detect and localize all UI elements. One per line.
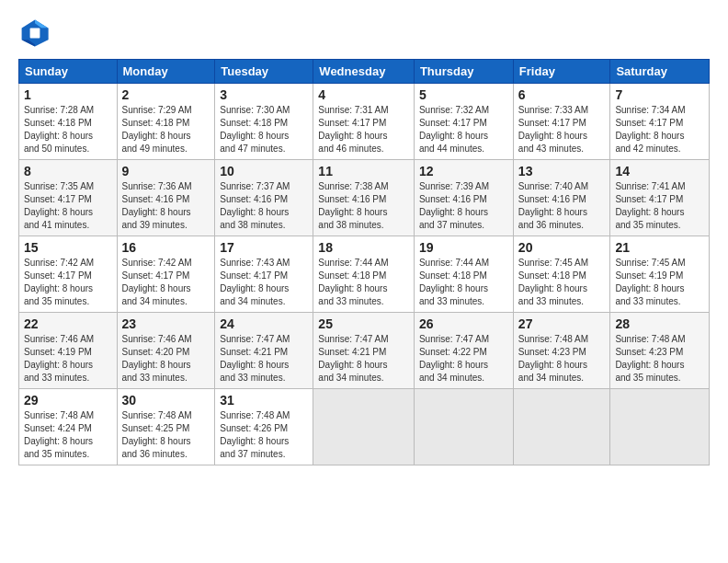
calendar-cell: 8Sunrise: 7:35 AMSunset: 4:17 PMDaylight… — [19, 160, 118, 236]
calendar-cell: 4Sunrise: 7:31 AMSunset: 4:17 PMDaylight… — [313, 84, 415, 160]
day-info: Sunrise: 7:48 AMSunset: 4:25 PMDaylight:… — [122, 409, 210, 461]
day-number: 28 — [615, 316, 704, 331]
day-info: Sunrise: 7:42 AMSunset: 4:17 PMDaylight:… — [122, 257, 210, 308]
calendar-cell: 15Sunrise: 7:42 AMSunset: 4:17 PMDayligh… — [19, 236, 118, 313]
calendar-body: 1Sunrise: 7:28 AMSunset: 4:18 PMDaylight… — [19, 84, 710, 465]
calendar-week-0: 1Sunrise: 7:28 AMSunset: 4:18 PMDaylight… — [19, 84, 710, 160]
day-number: 31 — [220, 393, 308, 408]
day-number: 3 — [220, 87, 308, 102]
day-number: 1 — [24, 87, 112, 102]
day-number: 23 — [122, 316, 210, 331]
day-number: 20 — [518, 240, 606, 255]
day-number: 19 — [419, 240, 508, 255]
calendar-cell: 31Sunrise: 7:48 AMSunset: 4:26 PMDayligh… — [215, 389, 313, 465]
calendar-cell: 21Sunrise: 7:45 AMSunset: 4:19 PMDayligh… — [610, 236, 710, 313]
svg-rect-4 — [30, 29, 40, 39]
day-number: 17 — [220, 240, 308, 255]
calendar-cell: 10Sunrise: 7:37 AMSunset: 4:16 PMDayligh… — [215, 160, 313, 236]
day-info: Sunrise: 7:42 AMSunset: 4:17 PMDaylight:… — [24, 257, 112, 308]
calendar-cell: 9Sunrise: 7:36 AMSunset: 4:16 PMDaylight… — [117, 160, 215, 236]
day-number: 15 — [24, 240, 112, 255]
day-info: Sunrise: 7:48 AMSunset: 4:23 PMDaylight:… — [518, 333, 606, 385]
day-number: 27 — [518, 316, 606, 331]
calendar-cell: 30Sunrise: 7:48 AMSunset: 4:25 PMDayligh… — [117, 389, 215, 465]
day-number: 2 — [122, 87, 210, 102]
calendar-cell: 12Sunrise: 7:39 AMSunset: 4:16 PMDayligh… — [414, 160, 513, 236]
calendar-week-1: 8Sunrise: 7:35 AMSunset: 4:17 PMDaylight… — [19, 160, 710, 236]
svg-marker-2 — [41, 29, 48, 40]
calendar-cell: 23Sunrise: 7:46 AMSunset: 4:20 PMDayligh… — [117, 313, 215, 389]
day-info: Sunrise: 7:36 AMSunset: 4:16 PMDaylight:… — [122, 180, 210, 232]
weekday-header-monday: Monday — [117, 60, 215, 84]
calendar-cell — [414, 389, 513, 465]
calendar-cell: 22Sunrise: 7:46 AMSunset: 4:19 PMDayligh… — [19, 313, 118, 389]
day-number: 30 — [122, 393, 210, 408]
day-number: 4 — [318, 87, 409, 102]
calendar-week-4: 29Sunrise: 7:48 AMSunset: 4:24 PMDayligh… — [19, 389, 710, 465]
day-info: Sunrise: 7:43 AMSunset: 4:17 PMDaylight:… — [220, 257, 308, 308]
calendar-cell: 19Sunrise: 7:44 AMSunset: 4:18 PMDayligh… — [414, 236, 513, 313]
calendar-cell: 18Sunrise: 7:44 AMSunset: 4:18 PMDayligh… — [313, 236, 415, 313]
day-info: Sunrise: 7:47 AMSunset: 4:22 PMDaylight:… — [419, 333, 508, 385]
page: SundayMondayTuesdayWednesdayThursdayFrid… — [0, 0, 728, 563]
weekday-header-tuesday: Tuesday — [215, 60, 313, 84]
calendar-cell: 13Sunrise: 7:40 AMSunset: 4:16 PMDayligh… — [513, 160, 610, 236]
day-number: 11 — [318, 164, 409, 178]
calendar-cell: 16Sunrise: 7:42 AMSunset: 4:17 PMDayligh… — [117, 236, 215, 313]
calendar-cell: 20Sunrise: 7:45 AMSunset: 4:18 PMDayligh… — [513, 236, 610, 313]
day-number: 8 — [24, 164, 112, 178]
day-number: 12 — [419, 164, 508, 178]
day-info: Sunrise: 7:46 AMSunset: 4:20 PMDaylight:… — [122, 333, 210, 385]
day-info: Sunrise: 7:48 AMSunset: 4:23 PMDaylight:… — [615, 333, 704, 385]
day-number: 9 — [122, 164, 210, 178]
day-info: Sunrise: 7:35 AMSunset: 4:17 PMDaylight:… — [24, 180, 112, 232]
weekday-header-sunday: Sunday — [19, 60, 118, 84]
calendar-cell: 11Sunrise: 7:38 AMSunset: 4:16 PMDayligh… — [313, 160, 415, 236]
calendar-cell: 2Sunrise: 7:29 AMSunset: 4:18 PMDaylight… — [117, 84, 215, 160]
day-info: Sunrise: 7:33 AMSunset: 4:17 PMDaylight:… — [518, 104, 606, 155]
calendar-cell: 24Sunrise: 7:47 AMSunset: 4:21 PMDayligh… — [215, 313, 313, 389]
day-info: Sunrise: 7:39 AMSunset: 4:16 PMDaylight:… — [419, 180, 508, 232]
calendar: SundayMondayTuesdayWednesdayThursdayFrid… — [18, 59, 710, 465]
calendar-cell: 26Sunrise: 7:47 AMSunset: 4:22 PMDayligh… — [414, 313, 513, 389]
day-info: Sunrise: 7:47 AMSunset: 4:21 PMDaylight:… — [318, 333, 409, 385]
day-info: Sunrise: 7:37 AMSunset: 4:16 PMDaylight:… — [220, 180, 308, 232]
calendar-cell: 28Sunrise: 7:48 AMSunset: 4:23 PMDayligh… — [610, 313, 710, 389]
day-info: Sunrise: 7:44 AMSunset: 4:18 PMDaylight:… — [419, 257, 508, 308]
calendar-cell: 14Sunrise: 7:41 AMSunset: 4:17 PMDayligh… — [610, 160, 710, 236]
calendar-cell: 27Sunrise: 7:48 AMSunset: 4:23 PMDayligh… — [513, 313, 610, 389]
day-number: 24 — [220, 316, 308, 331]
day-info: Sunrise: 7:28 AMSunset: 4:18 PMDaylight:… — [24, 104, 112, 155]
calendar-week-3: 22Sunrise: 7:46 AMSunset: 4:19 PMDayligh… — [19, 313, 710, 389]
day-info: Sunrise: 7:40 AMSunset: 4:16 PMDaylight:… — [518, 180, 606, 232]
day-number: 26 — [419, 316, 508, 331]
day-info: Sunrise: 7:45 AMSunset: 4:19 PMDaylight:… — [615, 257, 704, 308]
calendar-cell — [610, 389, 710, 465]
weekday-row: SundayMondayTuesdayWednesdayThursdayFrid… — [19, 60, 710, 84]
weekday-header-friday: Friday — [513, 60, 610, 84]
calendar-cell: 7Sunrise: 7:34 AMSunset: 4:17 PMDaylight… — [610, 84, 710, 160]
day-number: 18 — [318, 240, 409, 255]
day-info: Sunrise: 7:45 AMSunset: 4:18 PMDaylight:… — [518, 257, 606, 308]
day-number: 7 — [615, 87, 704, 102]
calendar-week-2: 15Sunrise: 7:42 AMSunset: 4:17 PMDayligh… — [19, 236, 710, 313]
day-info: Sunrise: 7:44 AMSunset: 4:18 PMDaylight:… — [318, 257, 409, 308]
calendar-cell: 5Sunrise: 7:32 AMSunset: 4:17 PMDaylight… — [414, 84, 513, 160]
day-info: Sunrise: 7:32 AMSunset: 4:17 PMDaylight:… — [419, 104, 508, 155]
logo — [18, 17, 55, 50]
weekday-header-saturday: Saturday — [610, 60, 710, 84]
calendar-header: SundayMondayTuesdayWednesdayThursdayFrid… — [19, 60, 710, 84]
calendar-cell: 3Sunrise: 7:30 AMSunset: 4:18 PMDaylight… — [215, 84, 313, 160]
day-info: Sunrise: 7:48 AMSunset: 4:26 PMDaylight:… — [220, 409, 308, 461]
day-info: Sunrise: 7:38 AMSunset: 4:16 PMDaylight:… — [318, 180, 409, 232]
day-info: Sunrise: 7:48 AMSunset: 4:24 PMDaylight:… — [24, 409, 112, 461]
day-info: Sunrise: 7:41 AMSunset: 4:17 PMDaylight:… — [615, 180, 704, 232]
calendar-cell: 6Sunrise: 7:33 AMSunset: 4:17 PMDaylight… — [513, 84, 610, 160]
day-number: 14 — [615, 164, 704, 178]
day-info: Sunrise: 7:29 AMSunset: 4:18 PMDaylight:… — [122, 104, 210, 155]
day-info: Sunrise: 7:47 AMSunset: 4:21 PMDaylight:… — [220, 333, 308, 385]
day-info: Sunrise: 7:34 AMSunset: 4:17 PMDaylight:… — [615, 104, 704, 155]
logo-icon — [18, 17, 51, 50]
calendar-cell: 1Sunrise: 7:28 AMSunset: 4:18 PMDaylight… — [19, 84, 118, 160]
day-number: 10 — [220, 164, 308, 178]
